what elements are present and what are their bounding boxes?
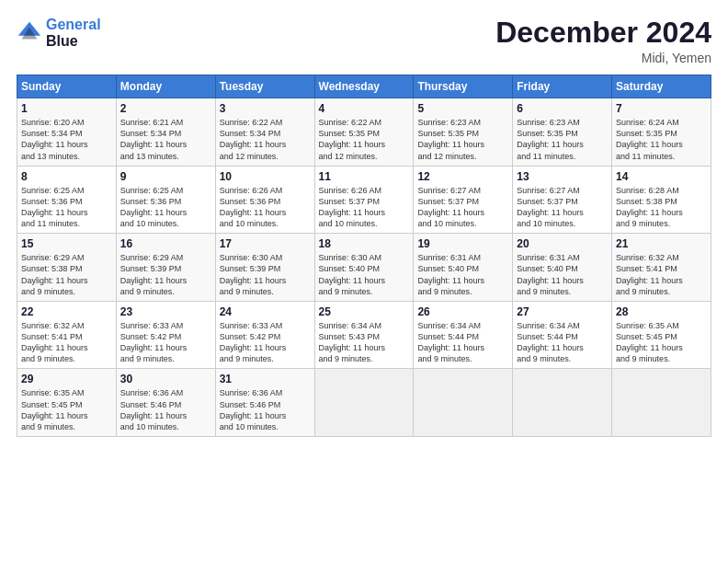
calendar-cell: 24Sunrise: 6:33 AM Sunset: 5:42 PM Dayli… <box>215 301 314 369</box>
day-number: 20 <box>517 237 608 250</box>
day-number: 26 <box>417 305 508 318</box>
day-detail: Sunrise: 6:26 AM Sunset: 5:37 PM Dayligh… <box>319 185 410 230</box>
day-detail: Sunrise: 6:31 AM Sunset: 5:40 PM Dayligh… <box>417 252 508 297</box>
day-number: 2 <box>120 102 211 115</box>
day-detail: Sunrise: 6:25 AM Sunset: 5:36 PM Dayligh… <box>120 185 211 230</box>
calendar-cell: 23Sunrise: 6:33 AM Sunset: 5:42 PM Dayli… <box>116 301 215 369</box>
day-number: 13 <box>517 170 608 183</box>
day-detail: Sunrise: 6:20 AM Sunset: 5:34 PM Dayligh… <box>21 117 112 162</box>
header: General Blue December 2024 Midi, Yemen <box>17 17 711 65</box>
day-detail: Sunrise: 6:26 AM Sunset: 5:36 PM Dayligh… <box>220 185 311 230</box>
calendar-cell: 12Sunrise: 6:27 AM Sunset: 5:37 PM Dayli… <box>414 166 513 234</box>
day-detail: Sunrise: 6:31 AM Sunset: 5:40 PM Dayligh… <box>517 252 608 297</box>
day-detail: Sunrise: 6:30 AM Sunset: 5:40 PM Dayligh… <box>319 252 410 297</box>
day-number: 28 <box>616 305 707 318</box>
day-detail: Sunrise: 6:32 AM Sunset: 5:41 PM Dayligh… <box>21 320 112 365</box>
day-number: 31 <box>220 373 311 385</box>
calendar-week-4: 22Sunrise: 6:32 AM Sunset: 5:41 PM Dayli… <box>17 301 711 369</box>
day-number: 10 <box>220 170 311 183</box>
day-number: 24 <box>220 305 311 318</box>
calendar-cell: 26Sunrise: 6:34 AM Sunset: 5:44 PM Dayli… <box>414 301 513 369</box>
day-detail: Sunrise: 6:30 AM Sunset: 5:39 PM Dayligh… <box>220 252 311 297</box>
calendar-cell: 25Sunrise: 6:34 AM Sunset: 5:43 PM Dayli… <box>314 301 414 369</box>
calendar-cell: 19Sunrise: 6:31 AM Sunset: 5:40 PM Dayli… <box>414 234 513 302</box>
calendar-title: December 2024 <box>495 17 711 49</box>
day-detail: Sunrise: 6:29 AM Sunset: 5:38 PM Dayligh… <box>21 252 112 297</box>
day-detail: Sunrise: 6:27 AM Sunset: 5:37 PM Dayligh… <box>517 185 608 230</box>
day-number: 9 <box>120 170 211 183</box>
calendar-cell: 10Sunrise: 6:26 AM Sunset: 5:36 PM Dayli… <box>215 166 314 234</box>
day-number: 16 <box>120 237 211 250</box>
calendar-week-5: 29Sunrise: 6:35 AM Sunset: 5:45 PM Dayli… <box>17 369 711 437</box>
calendar-header-row: SundayMondayTuesdayWednesdayThursdayFrid… <box>17 75 711 98</box>
day-detail: Sunrise: 6:27 AM Sunset: 5:37 PM Dayligh… <box>417 185 508 230</box>
day-number: 25 <box>319 305 410 318</box>
day-number: 21 <box>616 237 707 250</box>
calendar-cell: 14Sunrise: 6:28 AM Sunset: 5:38 PM Dayli… <box>612 166 711 234</box>
calendar-cell: 22Sunrise: 6:32 AM Sunset: 5:41 PM Dayli… <box>17 301 117 369</box>
logo-text: General Blue <box>46 17 101 49</box>
calendar-cell: 29Sunrise: 6:35 AM Sunset: 5:45 PM Dayli… <box>17 369 117 437</box>
calendar-cell: 7Sunrise: 6:24 AM Sunset: 5:35 PM Daylig… <box>612 98 711 167</box>
day-detail: Sunrise: 6:23 AM Sunset: 5:35 PM Dayligh… <box>517 117 608 162</box>
title-block: December 2024 Midi, Yemen <box>495 17 711 65</box>
day-number: 23 <box>120 305 211 318</box>
day-detail: Sunrise: 6:36 AM Sunset: 5:46 PM Dayligh… <box>120 387 211 432</box>
calendar-cell: 28Sunrise: 6:35 AM Sunset: 5:45 PM Dayli… <box>612 301 711 369</box>
day-detail: Sunrise: 6:25 AM Sunset: 5:36 PM Dayligh… <box>21 185 112 230</box>
calendar-cell: 27Sunrise: 6:34 AM Sunset: 5:44 PM Dayli… <box>513 301 612 369</box>
day-detail: Sunrise: 6:34 AM Sunset: 5:44 PM Dayligh… <box>417 320 508 365</box>
calendar-cell: 9Sunrise: 6:25 AM Sunset: 5:36 PM Daylig… <box>116 166 215 234</box>
day-detail: Sunrise: 6:24 AM Sunset: 5:35 PM Dayligh… <box>616 117 707 162</box>
day-detail: Sunrise: 6:33 AM Sunset: 5:42 PM Dayligh… <box>120 320 211 365</box>
day-detail: Sunrise: 6:36 AM Sunset: 5:46 PM Dayligh… <box>220 387 311 432</box>
day-detail: Sunrise: 6:23 AM Sunset: 5:35 PM Dayligh… <box>417 117 508 162</box>
calendar-cell: 3Sunrise: 6:22 AM Sunset: 5:34 PM Daylig… <box>215 98 314 167</box>
calendar-subtitle: Midi, Yemen <box>495 51 711 65</box>
day-detail: Sunrise: 6:32 AM Sunset: 5:41 PM Dayligh… <box>616 252 707 297</box>
calendar-cell: 8Sunrise: 6:25 AM Sunset: 5:36 PM Daylig… <box>17 166 117 234</box>
calendar-cell: 31Sunrise: 6:36 AM Sunset: 5:46 PM Dayli… <box>215 369 314 437</box>
logo: General Blue <box>17 17 101 49</box>
calendar-week-3: 15Sunrise: 6:29 AM Sunset: 5:38 PM Dayli… <box>17 234 711 302</box>
day-number: 27 <box>517 305 608 318</box>
col-header-friday: Friday <box>513 75 612 98</box>
day-number: 18 <box>319 237 410 250</box>
calendar-cell: 6Sunrise: 6:23 AM Sunset: 5:35 PM Daylig… <box>513 98 612 167</box>
day-number: 7 <box>616 102 707 115</box>
calendar-cell: 1Sunrise: 6:20 AM Sunset: 5:34 PM Daylig… <box>17 98 117 167</box>
day-detail: Sunrise: 6:22 AM Sunset: 5:34 PM Dayligh… <box>220 117 311 162</box>
calendar-cell <box>612 369 711 437</box>
calendar-cell: 21Sunrise: 6:32 AM Sunset: 5:41 PM Dayli… <box>612 234 711 302</box>
day-detail: Sunrise: 6:35 AM Sunset: 5:45 PM Dayligh… <box>21 387 112 432</box>
page-container: General Blue December 2024 Midi, Yemen S… <box>0 0 728 446</box>
calendar-cell <box>513 369 612 437</box>
col-header-thursday: Thursday <box>414 75 513 98</box>
calendar-table: SundayMondayTuesdayWednesdayThursdayFrid… <box>17 75 711 437</box>
day-number: 11 <box>319 170 410 183</box>
calendar-cell: 2Sunrise: 6:21 AM Sunset: 5:34 PM Daylig… <box>116 98 215 167</box>
calendar-cell: 18Sunrise: 6:30 AM Sunset: 5:40 PM Dayli… <box>314 234 414 302</box>
day-detail: Sunrise: 6:35 AM Sunset: 5:45 PM Dayligh… <box>616 320 707 365</box>
day-number: 17 <box>220 237 311 250</box>
col-header-monday: Monday <box>116 75 215 98</box>
calendar-cell: 20Sunrise: 6:31 AM Sunset: 5:40 PM Dayli… <box>513 234 612 302</box>
day-number: 3 <box>220 102 311 115</box>
calendar-cell: 17Sunrise: 6:30 AM Sunset: 5:39 PM Dayli… <box>215 234 314 302</box>
day-detail: Sunrise: 6:22 AM Sunset: 5:35 PM Dayligh… <box>319 117 410 162</box>
calendar-cell: 13Sunrise: 6:27 AM Sunset: 5:37 PM Dayli… <box>513 166 612 234</box>
col-header-wednesday: Wednesday <box>314 75 414 98</box>
day-detail: Sunrise: 6:33 AM Sunset: 5:42 PM Dayligh… <box>220 320 311 365</box>
calendar-cell: 11Sunrise: 6:26 AM Sunset: 5:37 PM Dayli… <box>314 166 414 234</box>
calendar-cell: 15Sunrise: 6:29 AM Sunset: 5:38 PM Dayli… <box>17 234 117 302</box>
logo-icon <box>17 20 42 46</box>
day-detail: Sunrise: 6:28 AM Sunset: 5:38 PM Dayligh… <box>616 185 707 230</box>
day-number: 29 <box>21 373 112 385</box>
day-number: 4 <box>319 102 410 115</box>
day-detail: Sunrise: 6:34 AM Sunset: 5:43 PM Dayligh… <box>319 320 410 365</box>
day-number: 19 <box>417 237 508 250</box>
col-header-sunday: Sunday <box>17 75 117 98</box>
day-number: 14 <box>616 170 707 183</box>
day-number: 6 <box>517 102 608 115</box>
calendar-week-2: 8Sunrise: 6:25 AM Sunset: 5:36 PM Daylig… <box>17 166 711 234</box>
